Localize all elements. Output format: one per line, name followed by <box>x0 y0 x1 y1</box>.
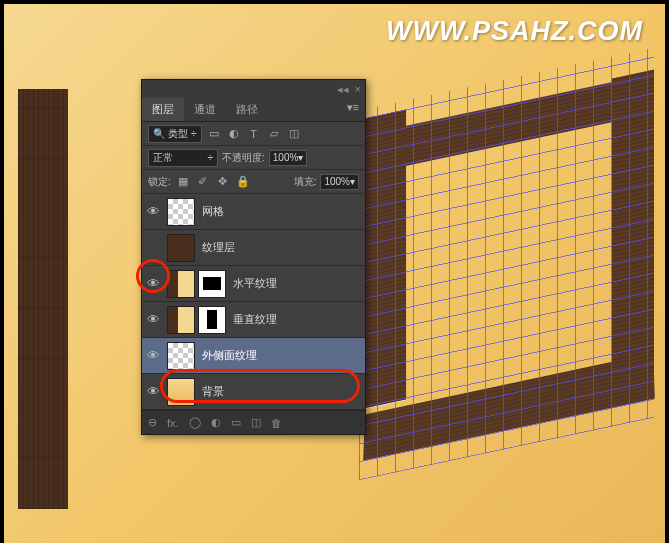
filter-adjust-icon[interactable]: ◐ <box>226 126 242 142</box>
layer-name[interactable]: 网格 <box>202 204 224 219</box>
filter-shape-icon[interactable]: ▱ <box>266 126 282 142</box>
layer-mask-thumb[interactable] <box>198 270 226 298</box>
close-icon[interactable]: × <box>355 83 361 95</box>
lock-label: 锁定: <box>148 175 171 189</box>
panel-footer: ⊖ fx. ◯ ◐ ▭ ◫ 🗑 <box>142 410 365 434</box>
layer-list: 👁 网格 👁 纹理层 👁 水平纹理 👁 垂直纹理 <box>142 194 365 410</box>
tab-channels[interactable]: 通道 <box>184 98 226 121</box>
group-icon[interactable]: ▭ <box>231 416 241 429</box>
opacity-label: 不透明度: <box>222 151 265 165</box>
fx-icon[interactable]: fx. <box>167 417 179 429</box>
lock-row: 锁定: ▦ ✐ ✥ 🔒 填充: 100% ▾ <box>142 170 365 194</box>
layer-name[interactable]: 外侧面纹理 <box>202 348 257 363</box>
adjustment-icon[interactable]: ◐ <box>211 416 221 429</box>
blend-row: 正常 ÷ 不透明度: 100% ▾ <box>142 146 365 170</box>
layer-row[interactable]: 👁 水平纹理 <box>142 266 365 302</box>
layer-thumb[interactable] <box>167 234 195 262</box>
layer-row[interactable]: 👁 背景 <box>142 374 365 410</box>
link-layers-icon[interactable]: ⊖ <box>148 416 157 429</box>
visibility-toggle[interactable]: 👁 <box>142 240 164 255</box>
fill-input[interactable]: 100% ▾ <box>320 174 359 190</box>
visibility-toggle[interactable]: 👁 <box>142 204 164 219</box>
visibility-toggle[interactable]: 👁 <box>142 312 164 327</box>
layers-panel: ◂◂ × 图层 通道 路径 ▾≡ 🔍 类型 ÷ ▭ ◐ T ▱ ◫ 正常 ÷ 不… <box>141 79 366 435</box>
layer-row[interactable]: 👁 纹理层 <box>142 230 365 266</box>
tab-layers[interactable]: 图层 <box>142 98 184 121</box>
layer-name[interactable]: 纹理层 <box>202 240 235 255</box>
layer-name[interactable]: 水平纹理 <box>233 276 277 291</box>
layer-thumb[interactable] <box>167 306 195 334</box>
filter-smart-icon[interactable]: ◫ <box>286 126 302 142</box>
panel-tabs: 图层 通道 路径 ▾≡ <box>142 98 365 122</box>
panel-titlebar: ◂◂ × <box>142 80 365 98</box>
tab-paths[interactable]: 路径 <box>226 98 268 121</box>
lock-transparency-icon[interactable]: ▦ <box>175 174 191 190</box>
wood-texture-strip <box>18 89 68 509</box>
lock-paint-icon[interactable]: ✐ <box>195 174 211 190</box>
blend-mode-select[interactable]: 正常 ÷ <box>148 149 218 167</box>
watermark-text: WWW.PSAHZ.COM <box>386 16 643 47</box>
filter-row: 🔍 类型 ÷ ▭ ◐ T ▱ ◫ <box>142 122 365 146</box>
layer-thumb[interactable] <box>167 378 195 406</box>
opacity-input[interactable]: 100% ▾ <box>269 150 308 166</box>
lock-all-icon[interactable]: 🔒 <box>235 174 251 190</box>
filter-image-icon[interactable]: ▭ <box>206 126 222 142</box>
layer-row[interactable]: 👁 垂直纹理 <box>142 302 365 338</box>
trash-icon[interactable]: 🗑 <box>271 417 282 429</box>
layer-row[interactable]: 👁 网格 <box>142 194 365 230</box>
filter-kind-select[interactable]: 🔍 类型 ÷ <box>148 125 202 143</box>
layer-row[interactable]: 👁 外侧面纹理 <box>142 338 365 374</box>
visibility-toggle[interactable]: 👁 <box>142 384 164 399</box>
layer-mask-thumb[interactable] <box>198 306 226 334</box>
collapse-icon[interactable]: ◂◂ <box>337 83 349 96</box>
layer-name[interactable]: 背景 <box>202 384 224 399</box>
layer-thumb[interactable] <box>167 198 195 226</box>
layer-thumb[interactable] <box>167 342 195 370</box>
layer-thumb[interactable] <box>167 270 195 298</box>
new-layer-icon[interactable]: ◫ <box>251 416 261 429</box>
filter-text-icon[interactable]: T <box>246 126 262 142</box>
fill-label: 填充: <box>294 175 317 189</box>
visibility-toggle[interactable]: 👁 <box>142 348 164 363</box>
panel-menu-icon[interactable]: ▾≡ <box>341 98 365 121</box>
add-mask-icon[interactable]: ◯ <box>189 416 201 429</box>
visibility-toggle[interactable]: 👁 <box>142 276 164 291</box>
layer-name[interactable]: 垂直纹理 <box>233 312 277 327</box>
wireframe-preview <box>374 104 654 454</box>
lock-move-icon[interactable]: ✥ <box>215 174 231 190</box>
